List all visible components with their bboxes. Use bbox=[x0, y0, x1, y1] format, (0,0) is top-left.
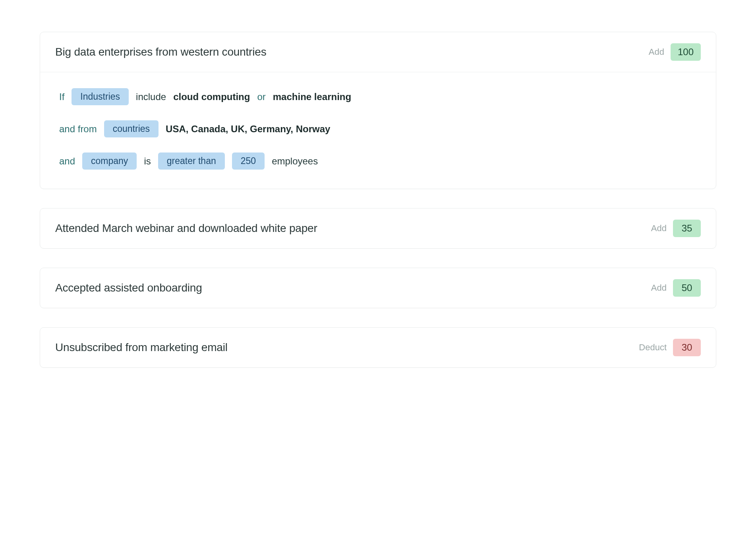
condition-line: If Industries include cloud computing or… bbox=[59, 88, 697, 105]
rule-action-label: Add bbox=[651, 223, 667, 234]
rule-action-label: Add bbox=[649, 47, 664, 57]
condition-and-from: and from bbox=[59, 124, 97, 135]
condition-line: and company is greater than 250 employee… bbox=[59, 153, 697, 170]
condition-if: If bbox=[59, 91, 64, 102]
field-pill-countries[interactable]: countries bbox=[104, 120, 159, 137]
rule-title: Unsubscribed from marketing email bbox=[55, 341, 228, 354]
rule-title: Big data enterprises from western countr… bbox=[55, 46, 266, 58]
rule-card[interactable]: Attended March webinar and downloaded wh… bbox=[40, 208, 716, 249]
rule-title: Accepted assisted onboarding bbox=[55, 282, 202, 294]
field-pill-company[interactable]: company bbox=[82, 153, 137, 170]
rule-header[interactable]: Attended March webinar and downloaded wh… bbox=[40, 208, 716, 248]
rule-action: Deduct 30 bbox=[639, 339, 701, 356]
score-chip[interactable]: 35 bbox=[673, 220, 701, 237]
score-chip[interactable]: 100 bbox=[671, 43, 701, 61]
comparator-pill-greater-than[interactable]: greater than bbox=[158, 153, 225, 170]
field-pill-industries[interactable]: Industries bbox=[72, 88, 129, 105]
rule-action: Add 50 bbox=[651, 279, 701, 297]
rule-header[interactable]: Big data enterprises from western countr… bbox=[40, 32, 716, 72]
rule-action-label: Deduct bbox=[639, 342, 667, 353]
rule-body: If Industries include cloud computing or… bbox=[40, 72, 716, 189]
score-chip[interactable]: 50 bbox=[673, 279, 701, 297]
rule-action-label: Add bbox=[651, 283, 667, 293]
condition-unit: employees bbox=[272, 156, 318, 167]
rule-header[interactable]: Unsubscribed from marketing email Deduct… bbox=[40, 328, 716, 367]
rule-header[interactable]: Accepted assisted onboarding Add 50 bbox=[40, 268, 716, 308]
condition-value-list: USA, Canada, UK, Germany, Norway bbox=[166, 124, 330, 135]
rule-card[interactable]: Unsubscribed from marketing email Deduct… bbox=[40, 327, 716, 368]
condition-value: cloud computing bbox=[173, 91, 250, 102]
rule-action: Add 35 bbox=[651, 220, 701, 237]
rule-card[interactable]: Big data enterprises from western countr… bbox=[40, 32, 716, 189]
condition-is: is bbox=[144, 156, 151, 167]
condition-operator: include bbox=[136, 91, 166, 102]
value-pill-number[interactable]: 250 bbox=[232, 153, 265, 170]
rule-title: Attended March webinar and downloaded wh… bbox=[55, 222, 317, 235]
score-chip[interactable]: 30 bbox=[673, 339, 701, 356]
condition-line: and from countries USA, Canada, UK, Germ… bbox=[59, 120, 697, 137]
condition-or: or bbox=[257, 91, 265, 102]
condition-value: machine learning bbox=[273, 91, 351, 102]
rule-card[interactable]: Accepted assisted onboarding Add 50 bbox=[40, 268, 716, 308]
rule-action: Add 100 bbox=[649, 43, 701, 61]
condition-and: and bbox=[59, 156, 75, 167]
